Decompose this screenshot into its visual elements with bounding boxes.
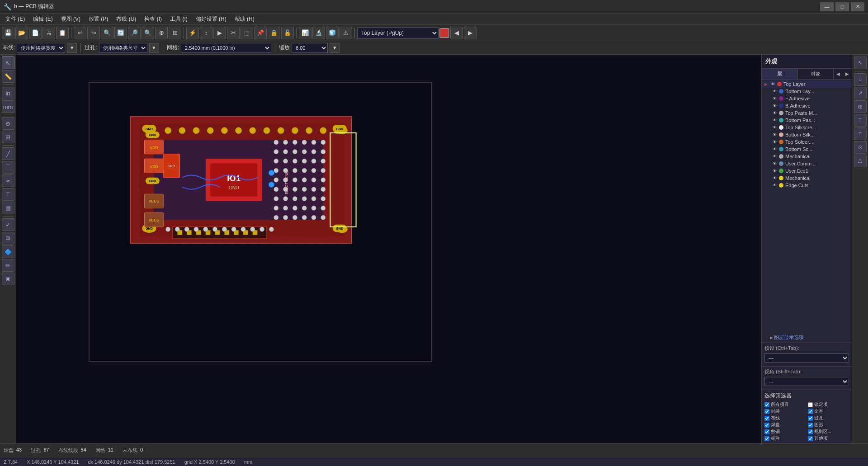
- gerber-button[interactable]: ⚠: [340, 27, 352, 39]
- layer-item-13[interactable]: 👁Mechanical: [762, 174, 852, 182]
- select-tool[interactable]: ↖: [2, 56, 14, 69]
- right-edge-btn-6[interactable]: ⊙: [854, 141, 867, 154]
- menu-item-帮助[interactable]: 帮助 (H): [231, 14, 258, 24]
- layer-item-1[interactable]: 👁Bottom Lay...: [762, 88, 852, 95]
- lock-button[interactable]: 🔒: [268, 27, 280, 39]
- layer-eye-icon-11[interactable]: 👁: [772, 161, 777, 166]
- layer-eye-icon-5[interactable]: 👁: [772, 118, 777, 123]
- highlight-button[interactable]: ⚡: [186, 27, 199, 39]
- mm-tool[interactable]: mm: [2, 100, 14, 113]
- right-edge-btn-5[interactable]: ≡: [854, 127, 867, 140]
- layer-eye-icon-14[interactable]: 👁: [772, 183, 777, 188]
- right-edge-btn-1[interactable]: ○: [854, 73, 867, 86]
- layer-eye-icon-9[interactable]: 👁: [772, 146, 777, 152]
- menu-item-编辑[interactable]: 编辑 (E): [29, 14, 56, 24]
- layer-eye-icon-7[interactable]: 👁: [772, 132, 777, 137]
- flip-button[interactable]: ↕: [200, 27, 212, 39]
- via-size-select[interactable]: 使用网络类尺寸: [99, 43, 147, 53]
- view-select[interactable]: ---: [764, 377, 849, 386]
- tab-layer[interactable]: 层: [762, 69, 798, 79]
- layer-eye-icon-8[interactable]: 👁: [772, 139, 777, 145]
- layer-eye-icon-4[interactable]: 👁: [772, 110, 777, 116]
- measure-tool[interactable]: 📏: [2, 70, 14, 83]
- zoom-fit-button[interactable]: ⊕: [155, 27, 168, 39]
- preset-select[interactable]: ---: [764, 353, 849, 362]
- snap-tool[interactable]: ⊕: [2, 117, 14, 130]
- sel-checkbox-5[interactable]: [808, 416, 813, 421]
- layer-eye-icon-2[interactable]: 👁: [772, 96, 777, 101]
- trace-width-select[interactable]: 使用网络类宽度: [17, 43, 65, 53]
- layer-eye-icon-3[interactable]: 👁: [772, 103, 777, 108]
- right-edge-btn-2[interactable]: ↗: [854, 87, 867, 99]
- layer-eye-icon-13[interactable]: 👁: [772, 175, 777, 181]
- sidebar-tab-next[interactable]: ▶: [843, 69, 852, 79]
- zoom-out-button[interactable]: 🔍: [142, 27, 154, 39]
- menu-item-工具[interactable]: 工具 (I): [166, 14, 191, 24]
- sel-checkbox-10[interactable]: [764, 436, 769, 441]
- layer-color-button[interactable]: [439, 28, 449, 38]
- 3d-button[interactable]: 🧊: [326, 27, 339, 39]
- drc-left-tool[interactable]: ✓: [2, 218, 14, 231]
- via-options-button[interactable]: ▾: [149, 43, 159, 53]
- menu-item-放置[interactable]: 放置 (P): [85, 14, 112, 24]
- copper-tool[interactable]: ⧉: [2, 232, 14, 245]
- layer-item-2[interactable]: 👁F.Adhesive: [762, 95, 852, 102]
- unlock-button[interactable]: 🔓: [281, 27, 294, 39]
- close-button[interactable]: ✕: [851, 2, 864, 11]
- layer-eye-icon-10[interactable]: 👁: [772, 154, 777, 159]
- menu-item-检查[interactable]: 检查 (I): [141, 14, 165, 24]
- sel-checkbox-9[interactable]: [808, 429, 813, 434]
- layer-item-7[interactable]: 👁Bottom Silk...: [762, 131, 852, 138]
- zoom-area-button[interactable]: ⊞: [169, 27, 181, 39]
- sidebar-tab-prev[interactable]: ◀: [834, 69, 843, 79]
- layer-item-10[interactable]: 👁Mechanical: [762, 153, 852, 160]
- layer-item-5[interactable]: 👁Bottom Pas...: [762, 117, 852, 124]
- menu-item-偏好设置[interactable]: 偏好设置 (R): [192, 14, 230, 24]
- drc-button[interactable]: 🔬: [312, 27, 325, 39]
- sel-checkbox-11[interactable]: [808, 436, 813, 441]
- cut-button[interactable]: ✂: [227, 27, 240, 39]
- delete-tool[interactable]: ✖: [2, 273, 14, 285]
- grid-tool[interactable]: ⊞: [2, 131, 14, 143]
- search-button[interactable]: 🔍: [101, 27, 113, 39]
- menu-item-布线[interactable]: 布线 (U): [113, 14, 140, 24]
- menu-item-视图[interactable]: 视图 (V): [57, 14, 84, 24]
- tab-object[interactable]: 对象: [798, 69, 834, 79]
- line-tool[interactable]: ╱: [2, 147, 14, 160]
- layer-eye-icon-6[interactable]: 👁: [772, 125, 777, 130]
- fill-tool[interactable]: ▦: [2, 202, 14, 214]
- right-edge-btn-7[interactable]: ⚠: [854, 155, 867, 167]
- layer-item-9[interactable]: 👁Bottom Sol...: [762, 146, 852, 153]
- layer-item-14[interactable]: 👁Edge.Cuts: [762, 182, 852, 189]
- layer-item-0[interactable]: ▶👁Top Layer: [762, 80, 852, 88]
- grid-select[interactable]: 2.5400 mm (0.1000 in): [181, 43, 271, 53]
- minimize-button[interactable]: —: [820, 2, 834, 11]
- layer-eye-icon-1[interactable]: 👁: [772, 89, 777, 94]
- route-tool[interactable]: ≈: [2, 174, 14, 187]
- undo-button[interactable]: ↩: [74, 27, 86, 39]
- save-button[interactable]: 📄: [29, 27, 42, 39]
- sel-checkbox-8[interactable]: [764, 429, 769, 434]
- layer-item-12[interactable]: 👁User.Eco1: [762, 167, 852, 174]
- zoom-in-button[interactable]: 🔎: [128, 27, 141, 39]
- zoom-select[interactable]: 8.00: [292, 43, 328, 53]
- print-button[interactable]: 🖨: [42, 27, 55, 39]
- redo-button[interactable]: ↪: [87, 27, 100, 39]
- refresh-button[interactable]: 🔄: [114, 27, 127, 39]
- sel-checkbox-0[interactable]: [764, 402, 769, 407]
- route-button[interactable]: ▶: [213, 27, 226, 39]
- right-edge-btn-0[interactable]: ↖: [854, 56, 867, 69]
- layer-item-4[interactable]: 👁Top Paste M...: [762, 109, 852, 117]
- right-edge-btn-3[interactable]: ⊞: [854, 100, 867, 113]
- arc-tool[interactable]: ⌒: [2, 161, 14, 174]
- trace-options-button[interactable]: ▾: [67, 43, 77, 53]
- inch-tool[interactable]: in: [2, 87, 14, 99]
- right-edge-btn-4[interactable]: T: [854, 114, 867, 127]
- layer-eye-icon-0[interactable]: 👁: [770, 81, 775, 87]
- open-button[interactable]: 📂: [15, 27, 28, 39]
- layer-item-6[interactable]: 👁Top Silkscre...: [762, 124, 852, 131]
- layer-item-11[interactable]: 👁User.Comm...: [762, 160, 852, 167]
- pcb-canvas[interactable]: GND GND GND GND Ю1 GND: [16, 55, 761, 443]
- 3d-left-tool[interactable]: 🔷: [2, 245, 14, 258]
- paste-button[interactable]: 📌: [254, 27, 267, 39]
